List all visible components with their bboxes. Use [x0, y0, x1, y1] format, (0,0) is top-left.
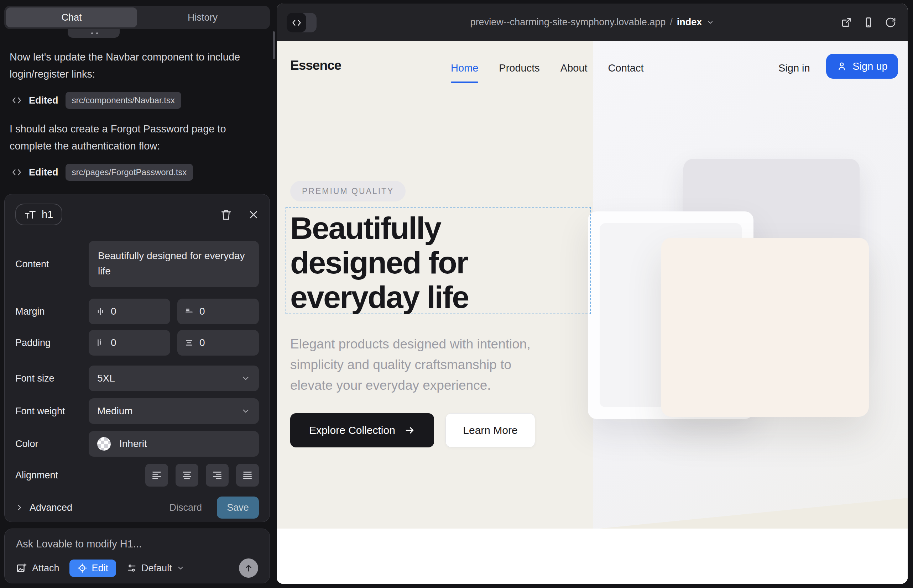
scrolled-chip-partial	[68, 29, 120, 38]
file-chip[interactable]: src/pages/ForgotPassword.tsx	[66, 164, 193, 181]
explore-collection-button[interactable]: Explore Collection	[290, 413, 434, 447]
nav-link-contact[interactable]: Contact	[608, 62, 644, 74]
save-button[interactable]: Save	[217, 496, 259, 519]
alignment-label: Alignment	[15, 470, 89, 481]
font-weight-value: Medium	[97, 405, 133, 417]
element-editor-panel: h1 Content Beautifully designed for ever…	[4, 194, 270, 522]
margin-row: Margin 0 0	[15, 299, 259, 324]
margin-x-input[interactable]: 0	[89, 299, 170, 324]
nav-link-products[interactable]: Products	[499, 62, 539, 74]
learn-more-button[interactable]: Learn More	[445, 413, 535, 447]
attach-button[interactable]: Attach	[16, 563, 60, 574]
discard-button[interactable]: Discard	[169, 502, 202, 513]
font-weight-row: Font weight Medium	[15, 398, 259, 424]
chevron-down-icon	[241, 374, 250, 383]
address-host: preview--charming-site-symphony.lovable.…	[470, 17, 666, 28]
font-weight-label: Font weight	[15, 406, 89, 417]
close-panel-button[interactable]	[248, 209, 259, 220]
align-left-icon	[151, 470, 162, 481]
padding-row: Padding 0 0	[15, 330, 259, 355]
sign-up-button[interactable]: Sign up	[826, 54, 898, 79]
nav-link-home[interactable]: Home	[451, 62, 478, 74]
color-label: Color	[15, 438, 89, 449]
image-plus-icon	[16, 563, 27, 573]
refresh-icon[interactable]	[885, 17, 896, 28]
content-label: Content	[15, 259, 89, 270]
address-page: index	[677, 17, 702, 28]
align-justify-icon	[242, 470, 253, 481]
type-icon	[24, 209, 36, 220]
section-below-hero	[277, 528, 908, 584]
padding-label: Padding	[15, 338, 89, 349]
preview-window: preview--charming-site-symphony.lovable.…	[277, 3, 908, 584]
chat-message: Now let's update the Navbar component to…	[10, 48, 263, 82]
align-justify-button[interactable]	[236, 464, 259, 486]
attach-label: Attach	[32, 563, 60, 574]
advanced-toggle[interactable]: Advanced	[15, 502, 72, 513]
hero-badge: PREMIUM QUALITY	[290, 181, 406, 202]
chevron-right-icon	[15, 503, 24, 512]
edited-file-row: Edited src/components/Navbar.tsx	[12, 92, 181, 109]
sign-in-link[interactable]: Sign in	[779, 62, 810, 74]
chevron-down-icon	[241, 407, 250, 416]
padding-x-input[interactable]: 0	[89, 330, 170, 355]
padding-y-icon	[185, 338, 194, 347]
trash-icon	[220, 208, 232, 221]
margin-y-input[interactable]: 0	[177, 299, 259, 324]
arrow-up-icon	[244, 563, 254, 573]
element-tag-label: h1	[42, 208, 53, 220]
color-picker[interactable]: Inherit	[89, 431, 259, 457]
chat-composer: Attach Edit Default	[4, 528, 270, 583]
align-left-button[interactable]	[145, 464, 168, 486]
delete-element-button[interactable]	[220, 208, 232, 221]
site-canvas: Essence Home Products About Contact Sign…	[277, 41, 908, 584]
content-input[interactable]: Beautifully designed for everyday life	[89, 241, 259, 287]
editor-footer: Advanced Discard Save	[15, 496, 259, 519]
font-size-select[interactable]: 5XL	[89, 365, 259, 391]
font-weight-select[interactable]: Medium	[89, 398, 259, 424]
padding-y-input[interactable]: 0	[177, 330, 259, 355]
edit-mode-button[interactable]: Edit	[70, 559, 117, 577]
hero-headline-line: everyday life	[290, 280, 469, 314]
site-nav: Home Products About Contact	[451, 62, 644, 74]
code-icon	[291, 18, 302, 27]
composer-input[interactable]	[16, 538, 258, 550]
mode-selector[interactable]: Default	[127, 563, 185, 574]
user-icon	[837, 61, 847, 71]
font-size-value: 5XL	[97, 373, 115, 384]
close-icon	[248, 209, 259, 220]
external-link-icon[interactable]	[841, 17, 852, 28]
margin-label: Margin	[15, 306, 89, 317]
code-view-toggle[interactable]	[287, 13, 317, 32]
align-center-button[interactable]	[176, 464, 198, 486]
color-row: Color Inherit	[15, 431, 259, 457]
hero-headline-line: Beautifully	[290, 211, 469, 245]
alignment-row: Alignment	[15, 464, 259, 486]
align-center-icon	[181, 470, 193, 481]
hero-headline[interactable]: Beautifully designed for everyday life	[290, 211, 469, 314]
chevron-down-icon	[707, 19, 714, 26]
tab-chat[interactable]: Chat	[6, 8, 137, 27]
address-separator: /	[670, 17, 673, 28]
edited-file-row: Edited src/pages/ForgotPassword.tsx	[12, 164, 193, 181]
hero-paragraph-line: Elegant products designed with intention…	[290, 334, 531, 354]
smartphone-icon[interactable]	[863, 17, 874, 28]
mode-label: Default	[141, 563, 172, 574]
send-button[interactable]	[239, 559, 258, 578]
sign-up-label: Sign up	[853, 60, 887, 72]
file-chip[interactable]: src/components/Navbar.tsx	[66, 92, 181, 109]
nav-link-about[interactable]: About	[560, 62, 588, 74]
hero-decor-card-cream	[661, 238, 869, 417]
align-right-button[interactable]	[206, 464, 228, 486]
site-logo[interactable]: Essence	[290, 58, 341, 73]
edited-label: Edited	[29, 167, 58, 178]
address-bar[interactable]: preview--charming-site-symphony.lovable.…	[470, 17, 714, 28]
padding-x-value: 0	[111, 337, 117, 349]
element-tag-pill: h1	[15, 204, 62, 225]
chat-scrollbar[interactable]	[273, 31, 275, 59]
editor-header: h1	[15, 204, 259, 225]
color-value: Inherit	[119, 438, 147, 449]
advanced-label: Advanced	[29, 502, 72, 513]
tab-history[interactable]: History	[137, 8, 268, 27]
margin-y-value: 0	[199, 306, 205, 317]
